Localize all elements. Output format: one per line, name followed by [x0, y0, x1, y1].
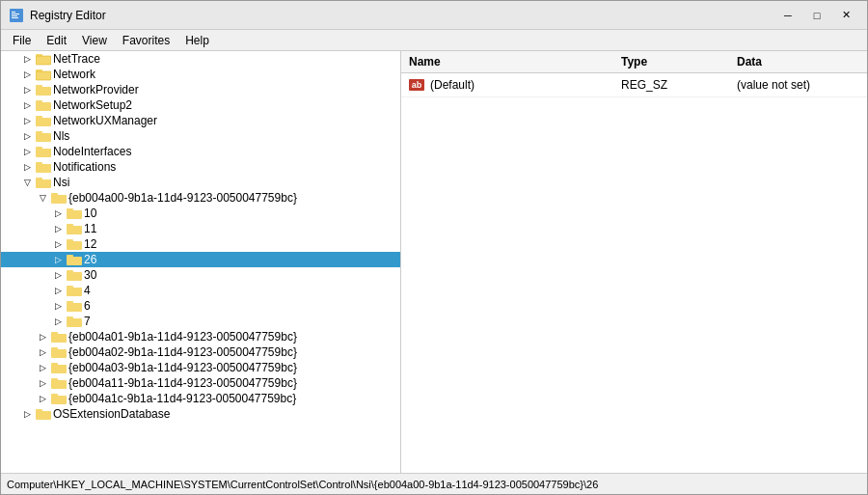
svg-rect-14: [36, 100, 42, 103]
tree-item-eb004a02[interactable]: ▷ {eb004a02-9b1a-11d4-9123-0050047759bc}: [1, 344, 400, 360]
menu-view[interactable]: View: [74, 32, 115, 49]
folder-icon-4: [67, 284, 82, 297]
detail-row-default[interactable]: ab (Default) REG_SZ (value not set): [401, 73, 867, 97]
folder-icon-networkprovider: [36, 83, 51, 96]
tree-item-eb004a01[interactable]: ▷ {eb004a01-9b1a-11d4-9123-0050047759bc}: [1, 329, 400, 344]
tree-item-4[interactable]: ▷ 4: [1, 283, 400, 298]
tree-item-networksetup2[interactable]: ▷ NetworkSetup2: [1, 97, 400, 113]
svg-rect-45: [51, 349, 67, 358]
tree-item-eb004a03[interactable]: ▷ {eb004a03-9b1a-11d4-9123-0050047759bc}: [1, 360, 400, 375]
svg-rect-36: [67, 270, 73, 273]
expand-icon-networkuxmanager[interactable]: ▷: [20, 114, 34, 127]
tree-label-networkuxmanager: NetworkUXManager: [53, 114, 157, 127]
expand-icon-eb004a11[interactable]: ▷: [36, 376, 49, 390]
svg-rect-28: [67, 208, 73, 211]
expand-icon-10[interactable]: ▷: [51, 206, 65, 220]
tree-item-notifications[interactable]: ▷ Notifications: [1, 159, 400, 175]
expand-icon-12[interactable]: ▷: [51, 237, 65, 251]
tree-label-12: 12: [84, 237, 96, 251]
tree-label-eb004a03: {eb004a03-9b1a-11d4-9123-0050047759bc}: [68, 361, 297, 374]
tree-label-26: 26: [84, 253, 96, 266]
svg-rect-1: [12, 12, 15, 13]
svg-rect-12: [36, 85, 42, 88]
expand-icon-networksetup2[interactable]: ▷: [20, 98, 34, 112]
expand-icon-networkprovider[interactable]: ▷: [20, 83, 34, 96]
tree-item-network[interactable]: ▷ Network: [1, 67, 400, 82]
tree-pane[interactable]: ▷ NetTrace ▷ Network ▷ NetworkProvider: [1, 51, 401, 473]
folder-icon-nls: [36, 129, 51, 143]
expand-icon-eb004a02[interactable]: ▷: [36, 345, 49, 359]
detail-data-default: (value not set): [729, 76, 867, 94]
expand-icon-nodeinterfaces[interactable]: ▷: [20, 145, 34, 158]
tree-label-11: 11: [84, 222, 96, 235]
tree-item-networkprovider[interactable]: ▷ NetworkProvider: [1, 82, 400, 97]
maximize-button[interactable]: □: [803, 6, 830, 25]
folder-icon-notifications: [36, 160, 51, 174]
expand-icon-11[interactable]: ▷: [51, 222, 65, 235]
tree-item-nsi[interactable]: ▽ Nsi: [1, 175, 400, 190]
minimize-button[interactable]: ─: [774, 6, 801, 25]
svg-rect-26: [51, 193, 58, 196]
tree-item-11[interactable]: ▷ 11: [1, 221, 400, 236]
tree-item-10[interactable]: ▷ 10: [1, 206, 400, 221]
tree-item-nls[interactable]: ▷ Nls: [1, 128, 400, 144]
svg-rect-3: [12, 15, 17, 16]
svg-rect-11: [36, 87, 51, 96]
title-bar-controls: ─ □ ✕: [774, 6, 859, 25]
tree-item-6[interactable]: ▷ 6: [1, 298, 400, 314]
tree-label-eb004a11: {eb004a11-9b1a-11d4-9123-0050047759bc}: [68, 376, 297, 390]
folder-icon-networkuxmanager: [36, 114, 51, 127]
svg-rect-25: [51, 195, 67, 204]
tree-item-30[interactable]: ▷ 30: [1, 267, 400, 283]
expand-icon-6[interactable]: ▷: [51, 299, 65, 313]
tree-item-12[interactable]: ▷ 12: [1, 236, 400, 252]
tree-label-eb004a02: {eb004a02-9b1a-11d4-9123-0050047759bc}: [68, 345, 297, 359]
detail-pane: Name Type Data ab (Default) REG_SZ (valu…: [401, 51, 867, 473]
svg-rect-15: [36, 118, 51, 126]
tree-item-eb004a00[interactable]: ▽ {eb004a00-9b1a-11d4-9123-0050047759bc}: [1, 190, 400, 206]
close-button[interactable]: ✕: [832, 6, 859, 25]
svg-rect-44: [51, 332, 58, 335]
svg-rect-9: [36, 69, 42, 72]
expand-icon-eb004a1c[interactable]: ▷: [36, 392, 49, 405]
tree-label-nettrace: NetTrace: [53, 52, 100, 66]
menu-file[interactable]: File: [5, 32, 39, 49]
menu-favorites[interactable]: Favorites: [115, 32, 177, 49]
svg-rect-23: [36, 179, 51, 188]
detail-type-default: REG_SZ: [613, 76, 729, 94]
folder-icon-osextensiondb: [36, 407, 51, 421]
folder-icon-eb004a11: [51, 376, 67, 390]
menu-help[interactable]: Help: [177, 32, 217, 49]
svg-rect-39: [67, 303, 82, 312]
tree-item-nettrace[interactable]: ▷ NetTrace: [1, 51, 400, 67]
expand-icon-osextensiondb[interactable]: ▷: [20, 407, 34, 421]
menu-edit[interactable]: Edit: [39, 32, 74, 49]
svg-rect-16: [36, 116, 42, 119]
svg-rect-43: [51, 334, 67, 343]
expand-icon-notifications[interactable]: ▷: [20, 160, 34, 174]
expand-icon-30[interactable]: ▷: [51, 268, 65, 282]
expand-icon-network[interactable]: ▷: [20, 68, 34, 81]
expand-icon-eb004a01[interactable]: ▷: [36, 330, 49, 344]
tree-item-eb004a1c[interactable]: ▷ {eb004a1c-9b1a-11d4-9123-0050047759bc}: [1, 391, 400, 406]
expand-icon-26[interactable]: ▷: [51, 253, 65, 266]
tree-item-osextensiondb[interactable]: ▷ OSExtensionDatabase: [1, 406, 400, 422]
folder-icon-30: [67, 268, 82, 282]
tree-label-nls: Nls: [53, 129, 69, 143]
svg-rect-46: [51, 347, 58, 350]
expand-icon-nsi[interactable]: ▽: [20, 176, 34, 189]
tree-item-7[interactable]: ▷ 7: [1, 314, 400, 329]
tree-item-nodeinterfaces[interactable]: ▷ NodeInterfaces: [1, 144, 400, 159]
folder-icon-12: [67, 237, 82, 251]
tree-item-26[interactable]: ▷ 26: [1, 252, 400, 267]
expand-icon-7[interactable]: ▷: [51, 315, 65, 328]
tree-item-networkuxmanager[interactable]: ▷ NetworkUXManager: [1, 113, 400, 128]
status-bar: Computer\HKEY_LOCAL_MACHINE\SYSTEM\Curre…: [1, 473, 867, 494]
expand-icon-eb004a03[interactable]: ▷: [36, 361, 49, 374]
expand-icon-4[interactable]: ▷: [51, 284, 65, 297]
expand-icon-eb004a00[interactable]: ▽: [36, 191, 49, 205]
expand-icon-nettrace[interactable]: ▷: [20, 52, 34, 66]
tree-item-eb004a11[interactable]: ▷ {eb004a11-9b1a-11d4-9123-0050047759bc}: [1, 375, 400, 391]
expand-icon-nls[interactable]: ▷: [20, 129, 34, 143]
tree-label-nodeinterfaces: NodeInterfaces: [53, 145, 131, 158]
